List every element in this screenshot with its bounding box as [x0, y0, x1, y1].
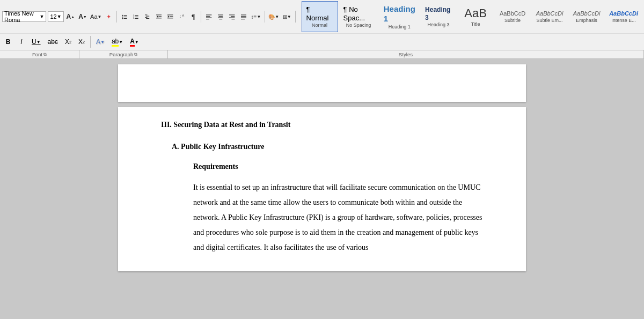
page-top — [118, 64, 526, 102]
font-name-input[interactable]: Times New Roma ▼ — [2, 11, 46, 22]
style-heading1-preview: Heading 1 — [384, 4, 415, 24]
svg-rect-27 — [206, 16, 210, 17]
page-content: III. Securing Data at Rest and in Transi… — [118, 107, 526, 271]
italic-button[interactable]: I — [16, 36, 27, 48]
page-main[interactable]: III. Securing Data at Rest and in Transi… — [118, 107, 526, 271]
svg-rect-30 — [218, 14, 223, 15]
style-title[interactable]: AaB Title — [457, 1, 494, 32]
svg-rect-12 — [145, 14, 147, 15]
font-section-label: Font ⧉ — [0, 50, 79, 58]
style-subtitle[interactable]: AaBbCcD Subtitle — [494, 1, 531, 32]
style-subtitle-preview: AaBbCcD — [500, 10, 525, 17]
font-section-arrow[interactable]: ⧉ — [43, 52, 47, 57]
increase-indent-button[interactable] — [165, 11, 175, 22]
clear-format-button[interactable]: ✦ — [104, 11, 114, 22]
align-center-button[interactable] — [216, 11, 225, 22]
change-case-button[interactable]: Aa▼ — [90, 11, 103, 22]
svg-rect-32 — [218, 17, 223, 18]
svg-text:↕: ↕ — [179, 14, 181, 19]
svg-point-0 — [122, 15, 123, 16]
numbering-button[interactable]: 1.2.3. — [131, 11, 141, 22]
toolbar: Times New Roma ▼ 12 ▼ A▲ A▼ Aa▼ ✦ 1.2.3. — [0, 0, 644, 50]
borders-button[interactable]: ⊞▼ — [282, 11, 292, 22]
svg-rect-37 — [232, 19, 235, 19]
style-subtitle-label: Subtitle — [504, 18, 521, 23]
text-effects-button[interactable]: A▼ — [93, 36, 107, 48]
style-subtle-em-preview: AaBbCcDi — [536, 10, 564, 17]
style-intense-em-label: Intense E... — [611, 18, 636, 23]
paragraph-section-label: Paragraph ⧉ — [79, 50, 168, 58]
divider-row2-1 — [90, 36, 91, 48]
font-size-value: 12 — [50, 13, 56, 20]
style-emphasis-label: Emphasis — [576, 18, 597, 23]
font-size-input[interactable]: 12 ▼ — [48, 11, 63, 22]
svg-marker-16 — [157, 16, 158, 18]
line-spacing-button[interactable]: ↕≡▼ — [250, 11, 262, 22]
sub-heading-a: A. Public Key Infrastructure — [172, 140, 483, 153]
paragraph-section-arrow[interactable]: ⧉ — [134, 52, 137, 57]
svg-rect-29 — [206, 19, 209, 19]
svg-rect-3 — [123, 17, 127, 17]
svg-rect-21 — [167, 14, 173, 15]
style-intense-em[interactable]: AaBbCcDi Intense E... — [605, 1, 642, 32]
superscript-button[interactable]: X2 — [76, 36, 87, 48]
font-grow-button[interactable]: A▲ — [65, 11, 76, 22]
svg-point-4 — [122, 18, 123, 19]
svg-rect-9 — [135, 17, 138, 17]
svg-rect-34 — [229, 14, 235, 15]
font-shrink-button[interactable]: A▼ — [77, 11, 88, 22]
divider1 — [116, 11, 117, 23]
align-right-button[interactable] — [227, 11, 237, 22]
style-subtle-em[interactable]: AaBbCcDi Subtle Em... — [531, 1, 568, 32]
style-normal-label: Normal — [312, 23, 327, 28]
style-heading3-label: Heading 3 — [428, 22, 450, 27]
svg-rect-5 — [123, 18, 127, 19]
style-heading3[interactable]: Heading 3 Heading 3 — [420, 1, 457, 32]
svg-rect-11 — [135, 18, 138, 19]
font-size-dropdown-icon[interactable]: ▼ — [57, 14, 62, 19]
sort-button[interactable]: ↕A — [177, 11, 187, 22]
underline-button[interactable]: U▼ — [29, 36, 43, 48]
show-paragraph-button[interactable]: ¶ — [188, 11, 198, 22]
svg-rect-7 — [135, 15, 138, 16]
svg-rect-19 — [156, 18, 162, 18]
sub-heading-requirements: Requirements — [193, 160, 483, 173]
strikethrough-button[interactable]: abc — [45, 36, 61, 48]
svg-rect-22 — [170, 16, 173, 17]
svg-rect-14 — [145, 17, 147, 18]
font-name-value: Times New Roma — [4, 10, 39, 23]
divider2 — [201, 11, 201, 23]
style-heading1[interactable]: Heading 1 Heading 1 — [379, 1, 420, 32]
svg-rect-15 — [146, 18, 149, 19]
svg-rect-35 — [231, 16, 235, 17]
style-heading1-label: Heading 1 — [389, 24, 411, 29]
style-heading3-preview: Heading 3 — [425, 6, 452, 21]
font-name-dropdown-icon[interactable]: ▼ — [39, 14, 44, 19]
bold-button[interactable]: B — [2, 36, 14, 48]
style-normal[interactable]: ¶ Normal Normal — [302, 1, 338, 32]
multilevel-list-button[interactable] — [143, 11, 152, 22]
style-emphasis[interactable]: AaBbCcDi Emphasis — [568, 1, 605, 32]
align-left-button[interactable] — [204, 11, 214, 22]
section-heading: III. Securing Data at Rest and in Transi… — [161, 118, 483, 131]
shading-button[interactable]: 🎨▼ — [268, 11, 280, 22]
style-intense-em-preview: AaBbCcDi — [609, 10, 638, 17]
styles-palette: ¶ Normal Normal ¶ No Spac... No Spacing … — [302, 1, 642, 32]
font-color-button[interactable]: A▼ — [127, 36, 142, 48]
justify-button[interactable] — [239, 11, 248, 22]
style-title-label: Title — [471, 21, 480, 27]
document-area: III. Securing Data at Rest and in Transi… — [0, 59, 644, 319]
bullets-button[interactable] — [120, 11, 129, 22]
svg-rect-18 — [158, 16, 162, 17]
toolbar-row1: Times New Roma ▼ 12 ▼ A▲ A▼ Aa▼ ✦ 1.2.3. — [0, 0, 644, 34]
svg-rect-40 — [241, 17, 246, 18]
highlight-button[interactable]: ab▼ — [109, 36, 126, 48]
subscript-button[interactable]: X2 — [62, 36, 74, 48]
svg-text:A: A — [182, 14, 184, 17]
svg-rect-41 — [241, 19, 245, 19]
style-no-spacing[interactable]: ¶ No Spac... No Spacing — [339, 1, 379, 32]
style-normal-preview: ¶ Normal — [306, 5, 333, 22]
svg-rect-38 — [241, 14, 246, 15]
decrease-indent-button[interactable] — [154, 11, 164, 22]
svg-rect-36 — [229, 17, 235, 18]
